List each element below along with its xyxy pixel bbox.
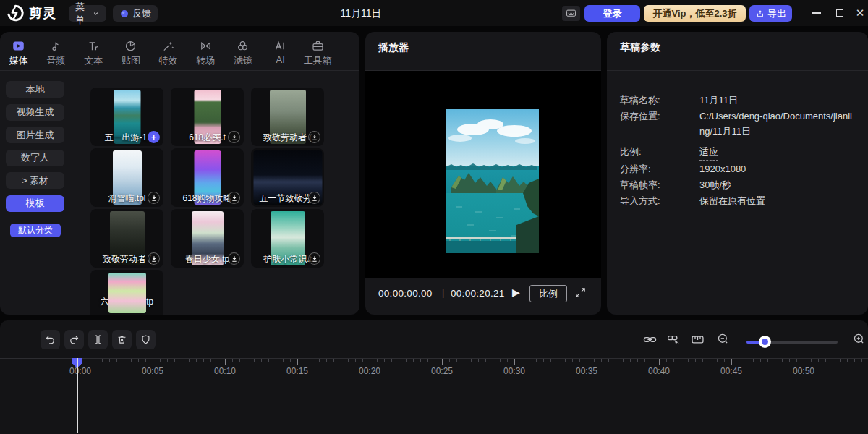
ruler-tick: [276, 359, 276, 362]
adsorb-button[interactable]: [642, 332, 658, 347]
slider-thumb[interactable]: [759, 336, 771, 348]
media-item[interactable]: 滑雪喵.tpl: [90, 148, 163, 207]
draft-field-value[interactable]: 适应: [699, 144, 718, 161]
media-item[interactable]: 五一节致敬劳..: [251, 148, 324, 207]
delete-button[interactable]: [112, 330, 132, 349]
maximize-icon: [836, 9, 843, 17]
menu-button[interactable]: 菜单: [69, 5, 106, 22]
draft-field-value: 1920x1080: [699, 161, 856, 176]
download-badge[interactable]: [228, 192, 240, 204]
tab-sticker[interactable]: 贴图: [112, 39, 150, 67]
tab-audio[interactable]: 音频: [38, 39, 75, 67]
ruler-tick: [131, 359, 132, 362]
download-badge[interactable]: [308, 252, 320, 265]
tab-filter[interactable]: 滤镜: [224, 39, 262, 67]
preview-axis-button[interactable]: [690, 332, 705, 347]
cover-button[interactable]: [136, 330, 156, 349]
media-item[interactable]: 致敬劳动者 (: [251, 88, 324, 146]
tab-text[interactable]: 文本: [75, 39, 112, 67]
sidebar-item-template[interactable]: 模板: [6, 195, 64, 212]
zoom-out-button[interactable]: [716, 332, 730, 346]
download-badge[interactable]: [228, 252, 240, 265]
download-badge[interactable]: [308, 192, 320, 204]
ruler-tick: [312, 359, 312, 362]
media-item[interactable]: 618购物攻略: [171, 148, 244, 207]
draft-field: 导入方式:保留在原有位置: [620, 193, 856, 208]
ruler-tick: [160, 359, 161, 362]
draft-field-value: C:/Users/deng-qiao/Documents/jianling/11…: [699, 109, 856, 139]
ruler-tick: [239, 359, 240, 362]
minimize-button[interactable]: [807, 0, 826, 26]
ruler-tick: [95, 359, 95, 362]
vip-button[interactable]: 开通Vip，低至2.3折: [644, 5, 746, 22]
ruler-tick: [739, 359, 739, 362]
redo-button[interactable]: [64, 330, 84, 349]
ratio-button[interactable]: 比例: [529, 285, 567, 302]
ruler-tick: [319, 359, 320, 362]
ruler-label: 00:50: [793, 366, 814, 376]
ruler-tick: [362, 359, 363, 362]
linkage-button[interactable]: [666, 332, 681, 347]
media-item[interactable]: 618必买.t: [171, 88, 244, 146]
ruler-tick: [203, 359, 204, 362]
download-badge[interactable]: [148, 252, 160, 265]
draft-field: 草稿名称:11月11日: [620, 93, 856, 108]
feedback-button[interactable]: 反馈: [113, 5, 158, 22]
ruler-tick: [804, 359, 804, 365]
media-item[interactable]: 春日少女.tp: [171, 209, 244, 268]
ruler-tick: [861, 359, 862, 362]
download-badge[interactable]: [308, 131, 320, 143]
login-button[interactable]: 登录: [584, 5, 640, 22]
sidebar-item-image-gen[interactable]: 图片生成: [6, 127, 64, 143]
ruler-label: 00:20: [359, 366, 380, 376]
draft-params-panel: 草稿参数 草稿名称:11月11日保存位置:C:/Users/deng-qiao/…: [607, 32, 868, 315]
maximize-button[interactable]: [830, 0, 849, 26]
ruler-tick: [529, 359, 529, 362]
tab-transition[interactable]: 转场: [187, 39, 224, 67]
player-panel: 播放器: [365, 32, 601, 315]
sidebar-item-digital-human[interactable]: 数字人: [6, 150, 64, 166]
media-item[interactable]: 六一儿童节.tp: [90, 270, 163, 315]
ruler-tick: [811, 359, 812, 362]
sidebar-item-video-gen[interactable]: 视频生成: [6, 104, 64, 121]
ruler-tick: [413, 359, 414, 362]
draft-fields: 草稿名称:11月11日保存位置:C:/Users/deng-qiao/Docum…: [620, 93, 856, 209]
tab-toolbox[interactable]: 工具箱: [299, 39, 337, 67]
media-item[interactable]: 致敬劳动者 (: [90, 209, 163, 268]
tab-media[interactable]: 媒体: [0, 39, 38, 67]
shortcut-keyboard-button[interactable]: [562, 6, 580, 21]
split-button[interactable]: [88, 330, 108, 349]
current-time: 00:00:00.00: [378, 288, 433, 299]
tab-effects[interactable]: 特效: [150, 39, 187, 67]
fullscreen-icon[interactable]: [574, 286, 587, 299]
ruler-tick: [536, 359, 537, 362]
app-logo-text: 剪灵: [29, 4, 56, 22]
toolbox-icon: [311, 39, 325, 53]
undo-button[interactable]: [41, 330, 60, 349]
ruler-tick: [464, 359, 464, 362]
ruler-tick: [449, 359, 450, 362]
ruler-tick: [572, 359, 573, 362]
tab-ai[interactable]: AI: [262, 39, 299, 65]
sidebar-item-material[interactable]: > 素材: [6, 172, 64, 189]
zoom-in-button[interactable]: [852, 332, 866, 346]
ruler-tick: [420, 359, 421, 362]
media-item[interactable]: 护肤小常识.t: [251, 209, 324, 268]
export-button[interactable]: 导出: [749, 5, 792, 22]
ruler-tick: [652, 359, 652, 362]
add-badge[interactable]: +: [148, 131, 160, 143]
draft-field: 比例:适应: [620, 144, 856, 161]
download-badge[interactable]: [228, 131, 240, 143]
tab-label: 特效: [159, 54, 178, 67]
ruler-tick: [384, 359, 385, 362]
ruler-tick: [666, 359, 667, 362]
draft-field-label: 导入方式:: [620, 193, 699, 208]
ruler-label: 00:10: [214, 366, 236, 376]
sidebar-item-local[interactable]: 本地: [6, 81, 64, 98]
june-kids-thumbnail: [109, 273, 146, 313]
category-pill[interactable]: 默认分类: [10, 224, 61, 237]
play-button[interactable]: ▶: [512, 286, 520, 298]
media-item[interactable]: 五一出游-1.+: [90, 88, 163, 146]
download-badge[interactable]: [148, 192, 160, 204]
close-button[interactable]: ✕: [851, 0, 868, 26]
